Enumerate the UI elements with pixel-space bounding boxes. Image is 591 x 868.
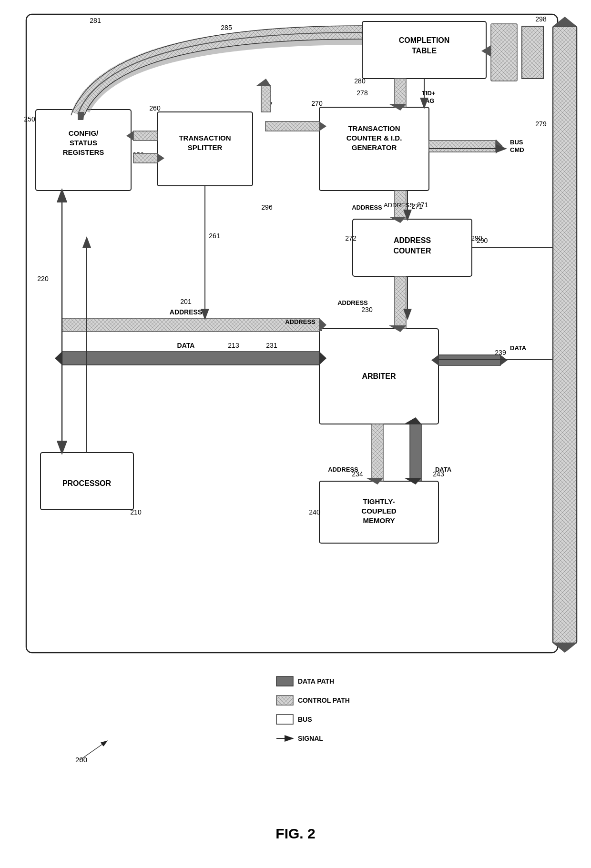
svg-rect-112 <box>553 26 577 643</box>
svg-marker-57 <box>522 26 543 79</box>
svg-text:SIGNAL: SIGNAL <box>298 735 323 742</box>
svg-text:MEMORY: MEMORY <box>363 516 395 525</box>
svg-text:210: 210 <box>130 508 142 516</box>
svg-text:285: 285 <box>221 24 232 31</box>
svg-text:TIGHTLY-: TIGHTLY- <box>363 497 395 505</box>
svg-text:REGISTERS: REGISTERS <box>63 148 104 156</box>
svg-text:GENERATOR: GENERATOR <box>352 143 397 151</box>
svg-text:TRANSACTION: TRANSACTION <box>348 124 400 132</box>
svg-text:ADDRESS: ADDRESS <box>170 308 202 316</box>
svg-text:COUNTER: COUNTER <box>393 247 431 255</box>
svg-rect-94 <box>62 352 319 365</box>
svg-text:COUPLED: COUPLED <box>361 507 397 515</box>
svg-rect-120 <box>276 715 293 724</box>
svg-text:240: 240 <box>309 508 320 516</box>
svg-text:ARBITER: ARBITER <box>362 372 396 380</box>
svg-text:STATUS: STATUS <box>70 139 97 147</box>
svg-text:279: 279 <box>535 120 547 128</box>
svg-text:PROCESSOR: PROCESSOR <box>62 479 112 487</box>
svg-text:250: 250 <box>24 115 35 123</box>
svg-text:230: 230 <box>361 306 373 313</box>
svg-rect-51 <box>395 79 406 107</box>
svg-marker-46 <box>78 112 84 120</box>
svg-text:BUS: BUS <box>298 716 312 723</box>
svg-text:COMPLETION: COMPLETION <box>399 36 450 44</box>
svg-text:280: 280 <box>354 77 366 85</box>
svg-text:298: 298 <box>535 15 547 23</box>
svg-text:201: 201 <box>180 298 192 305</box>
svg-text:278: 278 <box>357 89 368 97</box>
svg-rect-69 <box>133 153 157 163</box>
svg-rect-80 <box>395 276 406 329</box>
svg-text:SPLITTER: SPLITTER <box>188 143 223 151</box>
svg-text:260: 260 <box>149 104 161 112</box>
svg-text:296: 296 <box>261 203 273 211</box>
svg-rect-89 <box>62 318 319 332</box>
svg-text:281: 281 <box>90 17 101 24</box>
svg-rect-105 <box>372 424 383 481</box>
svg-rect-66 <box>133 131 157 141</box>
svg-text:TABLE: TABLE <box>412 47 437 55</box>
svg-rect-61 <box>429 141 496 152</box>
svg-text:ADDRESS: ADDRESS <box>337 299 368 306</box>
svg-text:231: 231 <box>266 342 277 349</box>
svg-text:CONTROL PATH: CONTROL PATH <box>298 696 350 704</box>
svg-text:ADDRESS: ADDRESS <box>394 236 431 244</box>
svg-text:DATA: DATA <box>177 342 195 349</box>
svg-rect-54 <box>491 24 517 81</box>
svg-rect-132 <box>265 121 319 131</box>
svg-text:ADDRESS: ADDRESS <box>384 202 414 209</box>
svg-text:BUS: BUS <box>510 139 523 146</box>
svg-text:TRANSACTION: TRANSACTION <box>179 134 231 142</box>
svg-text:DATA: DATA <box>510 344 527 352</box>
svg-rect-116 <box>276 676 293 686</box>
svg-text:FIG. 2: FIG. 2 <box>275 826 315 841</box>
svg-text:ADDRESS: ADDRESS <box>328 466 358 473</box>
svg-text:213: 213 <box>228 342 239 349</box>
svg-rect-118 <box>276 696 293 705</box>
svg-text:ADDRESS: ADDRESS <box>352 204 382 211</box>
svg-text:290: 290 <box>477 237 488 244</box>
svg-text:CONFIG/: CONFIG/ <box>69 129 99 137</box>
svg-text:200: 200 <box>75 756 87 764</box>
svg-text:271: 271 <box>417 201 428 209</box>
svg-text:261: 261 <box>209 232 220 240</box>
svg-rect-109 <box>410 424 421 481</box>
svg-text:270: 270 <box>311 100 323 107</box>
svg-text:COUNTER & I.D.: COUNTER & I.D. <box>346 134 402 142</box>
svg-text:220: 220 <box>37 275 49 283</box>
svg-text:TAG: TAG <box>422 97 434 104</box>
diagram-container: COMPLETION TABLE 280 CONFIG/ STATUS REGI… <box>0 0 591 868</box>
svg-text:272: 272 <box>345 234 357 242</box>
svg-text:DATA PATH: DATA PATH <box>298 677 334 685</box>
svg-text:ADDRESS: ADDRESS <box>285 318 316 325</box>
svg-text:CMD: CMD <box>510 146 524 153</box>
svg-text:DATA: DATA <box>435 466 452 473</box>
svg-rect-72 <box>261 86 271 112</box>
